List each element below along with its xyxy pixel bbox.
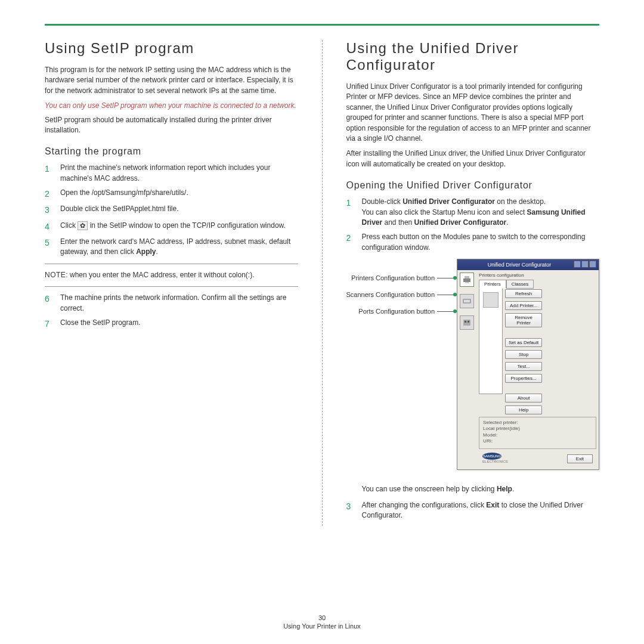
footer-section: Using Your Printer in Linux <box>283 623 361 630</box>
left-steps-2: 6 The machine prints the network informa… <box>45 293 298 330</box>
column-divider <box>322 40 323 526</box>
step-text: The machine prints the network informati… <box>60 293 298 314</box>
sel-line1: Local printer(idle) <box>483 426 592 432</box>
right-column: Using the Unified Driver Configurator Un… <box>346 40 600 526</box>
tab-classes[interactable]: Classes <box>506 280 534 289</box>
svg-rect-7 <box>467 321 469 323</box>
step4-pre: Click <box>60 221 78 230</box>
footer-bar: SAMSUNG ELECTRONICS Exit <box>479 449 596 467</box>
right-subheading: Opening the Unified Driver Configurator <box>346 180 600 191</box>
step-text: Double click the SetIPApplet.html file. <box>60 204 298 214</box>
step5-post: . <box>156 247 158 256</box>
side-buttons: Refresh Add Printer... Remove Printer Se… <box>505 288 542 414</box>
properties-button[interactable]: Properties... <box>505 374 542 383</box>
step-text: Click ✿ in the SetIP window to open the … <box>60 221 298 231</box>
note-label: NOTE <box>45 271 66 279</box>
step5-bold: Apply <box>136 247 156 256</box>
rule <box>45 264 298 264</box>
right-p2: After installing the Unified Linux drive… <box>346 148 600 169</box>
app-title-text: Unified Driver Configurator <box>488 262 552 268</box>
right-steps: 1 Double-click Unified Driver Configurat… <box>346 197 600 253</box>
window-controls[interactable] <box>573 261 596 269</box>
t: . <box>512 485 514 493</box>
right-p1: Unified Linux Driver Configurator is a t… <box>346 82 600 144</box>
left-intro: This program is for the network IP setti… <box>45 65 298 96</box>
svg-rect-2 <box>465 282 469 283</box>
app-window: Unified Driver Configurator <box>457 259 599 470</box>
step-number: 1 <box>346 197 362 209</box>
step-text: Open the /opt/Samsung/mfp/share/utils/. <box>60 188 298 198</box>
t: After changing the configurations, click <box>362 501 487 509</box>
exit-button[interactable]: Exit <box>567 454 593 463</box>
callout-ports: Ports Configuration button <box>358 308 435 315</box>
about-button[interactable]: About <box>505 394 542 402</box>
right-steps-after: . You can use the onscreen help by click… <box>346 484 600 521</box>
left-autoinstall: SetIP program should be automatically in… <box>45 115 298 136</box>
stop-button[interactable]: Stop <box>505 350 542 359</box>
left-warning: You can only use SetIP program when your… <box>45 101 298 111</box>
setip-tcpip-icon: ✿ <box>78 221 88 230</box>
note-text: : when you enter the MAC address, enter … <box>66 271 254 279</box>
t: Double-click <box>362 197 403 206</box>
printer-list-box <box>479 288 503 394</box>
refresh-button[interactable]: Refresh <box>505 289 542 298</box>
set-default-button[interactable]: Set as Default <box>505 338 542 347</box>
t: . <box>506 218 508 227</box>
t: You can also click the Startup Menu icon… <box>362 208 527 216</box>
callouts: Printers Configuration button Scanners C… <box>346 259 457 324</box>
scanners-module-icon[interactable] <box>460 294 474 308</box>
sel-label: Selected printer: <box>483 420 592 426</box>
step-number: 4 <box>45 221 60 233</box>
ports-module-icon[interactable] <box>460 315 474 330</box>
step-text: Close the SetIP program. <box>60 318 298 328</box>
left-heading: Using SetIP program <box>45 40 298 57</box>
step-text: Enter the network card's MAC address, IP… <box>60 237 298 258</box>
printer-icon[interactable] <box>483 292 499 308</box>
left-steps: 1 Print the machine's network informatio… <box>45 163 298 257</box>
remove-printer-button[interactable]: Remove Printer <box>505 313 542 327</box>
svg-rect-0 <box>463 278 470 282</box>
after-text: You can use the onscreen help by clickin… <box>362 484 600 494</box>
selected-printer-box: Selected printer: Local printer(idle) Mo… <box>479 417 596 449</box>
t: and then <box>382 218 414 227</box>
step-number: 3 <box>45 204 60 216</box>
test-button[interactable]: Test... <box>505 362 542 371</box>
tab-printers[interactable]: Printers <box>479 280 506 289</box>
t: You can use the onscreen help by clickin… <box>362 485 497 493</box>
step-number: 1 <box>45 163 60 175</box>
callout-printers: Printers Configuration button <box>351 274 435 281</box>
sel-line3: URI: <box>483 438 592 444</box>
help-button[interactable]: Help <box>505 405 542 414</box>
step-number: 3 <box>346 500 362 512</box>
sel-line2: Model: <box>483 432 592 438</box>
logo-text: SAMSUNG <box>482 453 501 460</box>
step-text: After changing the configurations, click… <box>362 500 600 521</box>
right-heading: Using the Unified Driver Configurator <box>346 40 600 73</box>
left-column: Using SetIP program This program is for … <box>45 40 298 526</box>
step-number: 7 <box>45 318 60 330</box>
step-number: 2 <box>346 232 362 244</box>
step5-pre: Enter the network card's MAC address, IP… <box>60 237 290 256</box>
step-text: Press each button on the Modules pane to… <box>362 232 600 253</box>
titlebar: Unified Driver Configurator <box>457 259 599 270</box>
t: on the desktop. <box>495 197 546 206</box>
t: Unified Driver Configurator <box>414 218 507 227</box>
configurator-figure: Printers Configuration button Scanners C… <box>346 259 600 470</box>
left-subheading: Starting the program <box>45 146 298 157</box>
printers-module-icon[interactable] <box>460 273 474 287</box>
step-number: 6 <box>45 293 60 305</box>
step4-post: in the SetIP window to open the TCP/IP c… <box>90 221 286 230</box>
svg-rect-1 <box>465 276 469 278</box>
top-rule <box>45 24 599 26</box>
rule <box>45 286 298 287</box>
page-footer: 30 Using Your Printer in Linux <box>0 614 644 630</box>
add-printer-button[interactable]: Add Printer... <box>505 301 542 310</box>
svg-rect-5 <box>463 320 470 326</box>
step-text: Double-click Unified Driver Configurator… <box>362 197 600 228</box>
step-number: 2 <box>45 188 60 200</box>
samsung-logo: SAMSUNG ELECTRONICS <box>482 453 508 463</box>
svg-rect-6 <box>465 321 466 323</box>
note: NOTE: when you enter the MAC address, en… <box>45 270 298 280</box>
modules-pane <box>457 270 476 469</box>
group-label: Printers configuration <box>479 273 596 278</box>
